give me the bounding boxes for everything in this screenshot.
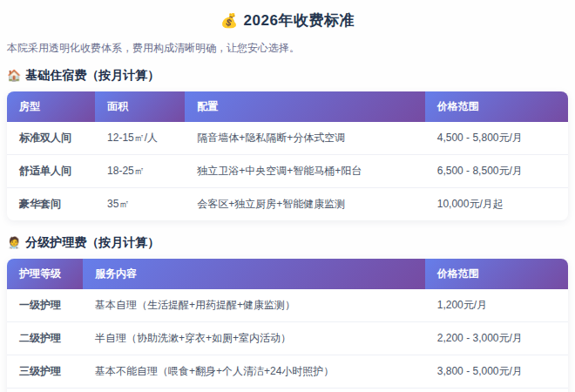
nursing-table: 护理等级 服务内容 价格范围 一级护理 基本自理（生活提醒+用药提醒+健康监测）…	[7, 259, 568, 392]
price-cell: 2,200 - 3,000元/月	[425, 322, 568, 355]
price-cell: 3,800 - 5,000元/月	[425, 355, 568, 389]
price-cell: 10,000元/月起	[425, 188, 568, 220]
price-cell: 1,200元/月	[425, 289, 568, 322]
service-cell: 半自理（协助洗漱+穿衣+如厕+室内活动）	[83, 322, 425, 355]
header-cell-area: 面积	[95, 91, 185, 122]
header-cell-price-range: 价格范围	[425, 91, 568, 122]
care-level-cell: 三级护理	[7, 355, 83, 389]
page-subtitle: 本院采用透明化收费体系，费用构成清晰明确，让您安心选择。	[7, 41, 568, 56]
header-cell-care-level: 护理等级	[7, 259, 83, 289]
accommodation-header-row: 房型 面积 配置 价格范围	[7, 91, 568, 122]
table-row: 特级护理 失智或医疗专护（专项护理方案） 5,500元/月起	[7, 389, 568, 392]
room-type-cell: 标准双人间	[7, 122, 95, 155]
service-cell: 基本自理（生活提醒+用药提醒+健康监测）	[83, 289, 425, 322]
table-row: 三级护理 基本不能自理（喂食+翻身+个人清洁+24小时照护） 3,800 - 5…	[7, 355, 568, 389]
fee-standards-page: 💰2026年收费标准 本院采用透明化收费体系，费用构成清晰明确，让您安心选择。 …	[0, 0, 575, 392]
header-cell-config: 配置	[185, 91, 425, 122]
health-worker-icon: 🧑‍⚕️	[7, 236, 21, 249]
care-level-cell: 一级护理	[7, 289, 83, 322]
config-cell: 隔音墙体+隐私隔断+分体式空调	[185, 122, 425, 155]
table-row: 舒适单人间 18-25㎡ 独立卫浴+中央空调+智能马桶+阳台 6,500 - 8…	[7, 155, 568, 188]
accommodation-table: 房型 面积 配置 价格范围 标准双人间 12-15㎡/人 隔音墙体+隐私隔断+分…	[7, 91, 568, 220]
table-row: 一级护理 基本自理（生活提醒+用药提醒+健康监测） 1,200元/月	[7, 289, 568, 322]
area-cell: 18-25㎡	[95, 155, 185, 188]
price-cell: 4,500 - 5,800元/月	[425, 122, 568, 155]
care-level-cell: 二级护理	[7, 322, 83, 355]
header-cell-service: 服务内容	[83, 259, 425, 289]
price-cell: 6,500 - 8,500元/月	[425, 155, 568, 188]
accommodation-heading-text: 基础住宿费（按月计算）	[25, 68, 159, 82]
accommodation-section-heading: 🏠基础住宿费（按月计算）	[7, 68, 568, 84]
nursing-header-row: 护理等级 服务内容 价格范围	[7, 259, 568, 289]
header-cell-room-type: 房型	[7, 91, 95, 122]
config-cell: 会客区+独立厨房+智能健康监测	[185, 188, 425, 220]
area-cell: 12-15㎡/人	[95, 122, 185, 155]
page-title-text: 2026年收费标准	[244, 12, 355, 29]
table-row: 豪华套间 35㎡ 会客区+独立厨房+智能健康监测 10,000元/月起	[7, 188, 568, 220]
room-type-cell: 舒适单人间	[7, 155, 95, 188]
money-bag-icon: 💰	[220, 13, 238, 28]
price-cell: 5,500元/月起	[425, 389, 568, 392]
nursing-section: 🧑‍⚕️分级护理费（按月计算） 护理等级 服务内容 价格范围 一级护理 基本自理…	[7, 235, 568, 392]
service-cell: 失智或医疗专护（专项护理方案）	[83, 389, 425, 392]
nursing-section-heading: 🧑‍⚕️分级护理费（按月计算）	[7, 235, 568, 251]
house-icon: 🏠	[7, 69, 21, 82]
config-cell: 独立卫浴+中央空调+智能马桶+阳台	[185, 155, 425, 188]
header-cell-price-range: 价格范围	[425, 259, 568, 289]
table-row: 二级护理 半自理（协助洗漱+穿衣+如厕+室内活动） 2,200 - 3,000元…	[7, 322, 568, 355]
table-row: 标准双人间 12-15㎡/人 隔音墙体+隐私隔断+分体式空调 4,500 - 5…	[7, 122, 568, 155]
accommodation-section: 🏠基础住宿费（按月计算） 房型 面积 配置 价格范围 标准双人间 12-15㎡/…	[7, 68, 568, 220]
service-cell: 基本不能自理（喂食+翻身+个人清洁+24小时照护）	[83, 355, 425, 389]
nursing-heading-text: 分级护理费（按月计算）	[25, 235, 159, 249]
area-cell: 35㎡	[95, 188, 185, 220]
care-level-cell: 特级护理	[7, 389, 83, 392]
page-title: 💰2026年收费标准	[7, 7, 568, 39]
room-type-cell: 豪华套间	[7, 188, 95, 220]
